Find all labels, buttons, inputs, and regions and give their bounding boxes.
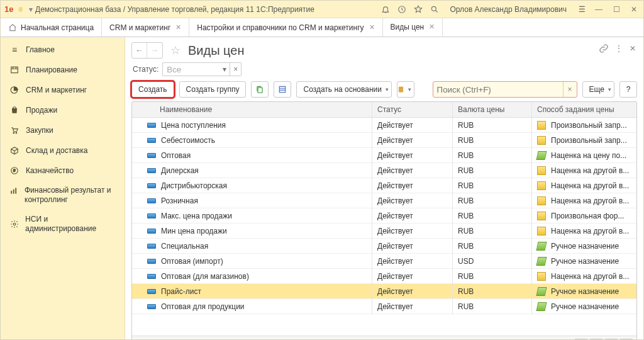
item-icon (147, 183, 156, 188)
sidebar-item-sales[interactable]: Продажи (1, 100, 125, 120)
chevron-down-icon[interactable]: ▾ (219, 62, 230, 76)
sidebar-item-treasury[interactable]: ₽Казначейство (1, 161, 125, 181)
row-status: Действует (372, 208, 453, 224)
col-status[interactable]: Статус (372, 102, 453, 117)
tab-home[interactable]: Начальная страница (1, 18, 102, 37)
item-icon (147, 198, 156, 203)
svg-point-5 (16, 132, 17, 133)
search-input[interactable] (433, 82, 563, 97)
row-currency: RUB (453, 269, 532, 284)
sidebar-item-planning[interactable]: Планирование (1, 60, 125, 80)
status-input[interactable] (162, 62, 219, 76)
chevron-down-icon: ▾ (386, 86, 389, 93)
row-currency: RUB (453, 148, 532, 163)
sidebar-item-finance[interactable]: Финансовый результат и контроллинг (1, 181, 125, 210)
table-row[interactable]: Оптовая для продукцииДействуетRUBРучное … (132, 299, 636, 314)
copy-button[interactable] (251, 81, 269, 98)
method-icon (537, 212, 546, 220)
status-label: Статус: (133, 65, 158, 74)
close-icon[interactable]: ✕ (175, 23, 181, 31)
main-area: ≡Главное Планирование CRM и маркетинг Пр… (1, 37, 643, 339)
table-row[interactable]: СебестоимостьДействуетRUBПроизвольный за… (132, 133, 636, 148)
svg-rect-12 (258, 88, 263, 93)
sidebar-item-crm[interactable]: CRM и маркетинг (1, 80, 125, 100)
close-form-icon[interactable]: ✕ (630, 44, 636, 53)
tab-settings-crm[interactable]: Настройки и справочники по CRM и маркети… (189, 18, 382, 37)
back-button[interactable]: ← (132, 43, 147, 58)
method-icon (536, 287, 547, 296)
search-icon[interactable] (430, 4, 440, 14)
clear-search-icon[interactable]: × (563, 82, 577, 97)
col-currency[interactable]: Валюта цены (453, 102, 532, 117)
table-row[interactable]: РозничнаяДействуетRUBНаценка на другой в… (132, 193, 636, 208)
table-row[interactable]: ДистрибьюторскаяДействуетRUBНаценка на д… (132, 178, 636, 193)
tab-crm[interactable]: CRM и маркетинг ✕ (102, 18, 189, 37)
table-row[interactable]: Цена поступленияДействуетRUBПроизвольный… (132, 118, 636, 133)
sidebar: ≡Главное Планирование CRM и маркетинг Пр… (1, 37, 125, 339)
create-group-button[interactable]: Создать группу (179, 81, 247, 98)
row-name: Дилерская (161, 166, 199, 175)
table-row[interactable]: Оптовая (для магазинов)ДействуетRUBНацен… (132, 269, 636, 284)
link-icon[interactable] (599, 43, 609, 54)
row-currency: RUB (453, 239, 532, 254)
minimize-button[interactable]: — (593, 4, 604, 15)
sidebar-item-warehouse[interactable]: Склад и доставка (1, 140, 125, 161)
row-name: Оптовая (161, 151, 191, 160)
forward-button[interactable]: → (147, 43, 162, 58)
row-method: Ручное назначение (551, 287, 619, 296)
bars-icon (9, 186, 18, 196)
sidebar-item-admin[interactable]: НСИ и администрирование (1, 210, 125, 239)
page-title: Виды цен (188, 43, 245, 58)
reports-button[interactable]: ▾ (397, 81, 414, 98)
list-mode-button[interactable] (274, 81, 291, 98)
create-button[interactable]: Создать (131, 81, 174, 98)
titlebar: 1e ≡ ▾ Демонстрационная база / Управлени… (1, 1, 643, 18)
table-row[interactable]: Макс. цена продажиДействуетRUBПроизвольн… (132, 208, 636, 224)
item-icon (147, 289, 156, 294)
method-icon (536, 302, 547, 311)
maximize-button[interactable]: ☐ (611, 4, 622, 15)
sidebar-item-purchases[interactable]: Закупки (1, 120, 125, 140)
table-row[interactable]: ДилерскаяДействуетRUBНаценка на другой в… (132, 163, 636, 178)
svg-rect-9 (13, 190, 14, 194)
user-name[interactable]: Орлов Александр Владимирович (450, 5, 567, 14)
close-icon[interactable]: ✕ (429, 23, 435, 31)
table-row[interactable]: ОптоваяДействуетRUBНаценка на цену по... (132, 148, 636, 163)
row-name: Оптовая (импорт) (161, 257, 223, 266)
kebab-icon[interactable]: ⋮ (615, 44, 623, 53)
sidebar-item-main[interactable]: ≡Главное (1, 40, 125, 60)
close-icon[interactable]: ✕ (369, 23, 375, 31)
row-currency: RUB (453, 224, 532, 239)
table-row[interactable]: Прайс-листДействуетRUBРучное назначение (132, 284, 636, 299)
table-row[interactable]: СпециальнаяДействуетRUBРучное назначение (132, 239, 636, 254)
dropdown-icon[interactable]: ▾ (29, 5, 33, 14)
item-icon (147, 138, 156, 143)
help-button[interactable]: ? (619, 81, 637, 98)
row-status: Действует (372, 133, 453, 148)
col-method[interactable]: Способ задания цены (532, 102, 636, 117)
svg-point-11 (13, 223, 16, 225)
search-field[interactable]: × (433, 81, 577, 98)
clear-icon[interactable]: × (230, 62, 242, 76)
history-icon[interactable] (397, 4, 407, 14)
item-icon (147, 229, 156, 234)
row-name: Розничная (161, 196, 198, 205)
create-based-on-button[interactable]: Создать на основании▾ (296, 81, 392, 98)
row-name: Себестоимость (161, 136, 215, 145)
close-button[interactable]: ✕ (628, 4, 640, 15)
col-name[interactable]: Наименование (132, 102, 372, 117)
star-icon[interactable] (413, 4, 423, 14)
table-row[interactable]: Оптовая (импорт)ДействуетUSDРучное назна… (132, 254, 636, 269)
user-menu-icon[interactable]: ☰ (577, 4, 587, 14)
table-blank-space (132, 314, 636, 336)
row-method: Наценка на цену по... (551, 151, 626, 160)
ruble-icon: ₽ (9, 166, 19, 176)
row-currency: RUB (453, 118, 532, 133)
row-status: Действует (372, 178, 453, 193)
row-method: Наценка на другой в... (551, 181, 629, 190)
table-row[interactable]: Мин цена продажиДействуетRUBНаценка на д… (132, 224, 636, 239)
favorite-icon[interactable]: ☆ (170, 43, 180, 57)
tab-price-types[interactable]: Виды цен ✕ (383, 18, 443, 37)
bell-icon[interactable] (380, 4, 391, 14)
more-button[interactable]: Еще▾ (582, 81, 614, 98)
